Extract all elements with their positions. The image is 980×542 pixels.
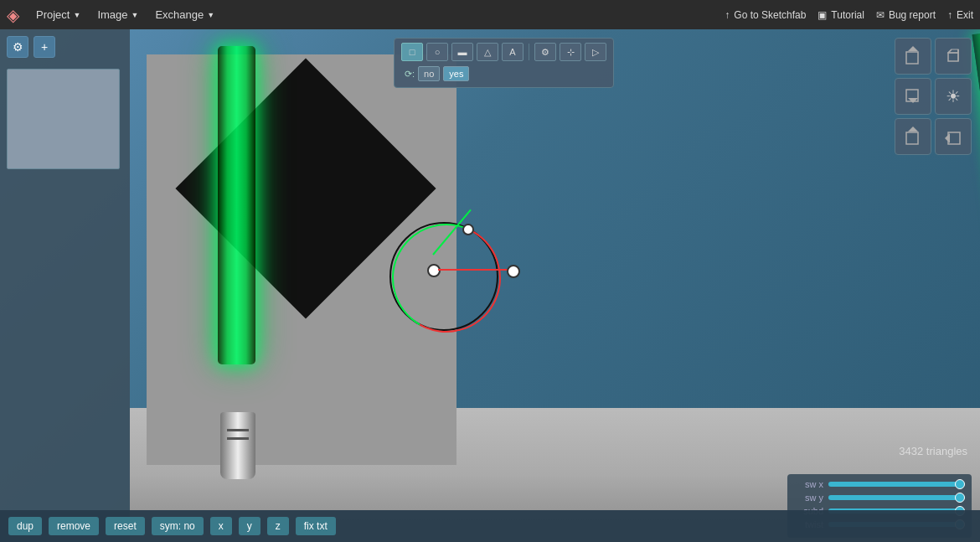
- text-icon: A: [509, 47, 515, 57]
- gizmo-green-endpoint[interactable]: [462, 224, 474, 235]
- svg-rect-9: [906, 132, 918, 144]
- tutorial-button[interactable]: ▣ Tutorial: [818, 9, 864, 21]
- gizmo-red-icon: ⊕: [511, 268, 517, 276]
- bottom-toolbar: dup remove reset sym: no x y z fix txt: [0, 510, 980, 542]
- svg-marker-12: [945, 133, 950, 143]
- menu-exchange-arrow: ▼: [207, 11, 214, 19]
- settings-icon-btn[interactable]: ⚙: [7, 36, 28, 58]
- triangle-count: 3432 triangles: [899, 445, 967, 457]
- add-icon-btn[interactable]: +: [34, 36, 55, 58]
- slider-sw-y-track[interactable]: [828, 495, 965, 500]
- bottom-stats: 3432 triangles: [899, 445, 967, 462]
- view-bottom-button[interactable]: [895, 118, 931, 155]
- tutorial-icon: ▣: [818, 9, 827, 21]
- gizmo-red-axis: [438, 269, 513, 271]
- exit-button[interactable]: ↑ Exit: [947, 9, 973, 21]
- exit-icon: ↑: [947, 9, 952, 21]
- view-front-button[interactable]: [895, 38, 931, 75]
- saber-right: [972, 29, 980, 449]
- view-perspective-button[interactable]: [935, 38, 972, 75]
- menu-image-arrow: ▼: [132, 11, 139, 19]
- slider-sw-y-fill: [828, 495, 958, 500]
- slider-sw-x-fill: [828, 482, 958, 487]
- svg-marker-8: [908, 98, 918, 103]
- slider-sw-y-thumb[interactable]: [955, 493, 965, 503]
- slider-row-sw-x: sw x: [794, 479, 965, 489]
- sun-icon: ☀: [946, 86, 961, 106]
- panel-top-icons: ⚙ +: [0, 29, 130, 65]
- reset-button[interactable]: reset: [106, 517, 145, 535]
- sym-yes-button[interactable]: yes: [443, 66, 469, 81]
- app-logo[interactable]: ◈: [7, 5, 19, 25]
- right-view-panel: ☀: [895, 38, 972, 155]
- svg-marker-1: [908, 46, 918, 51]
- slider-sw-x-track[interactable]: [828, 482, 965, 487]
- top-bar-right: ↑ Go to Sketchfab ▣ Tutorial ✉ Bug repor…: [725, 9, 973, 21]
- symmetry-row: ⟳: no yes: [401, 65, 606, 83]
- z-axis-button[interactable]: z: [267, 517, 289, 535]
- saber-handle-left: [220, 412, 255, 479]
- symmetry-label: ⟳:: [405, 69, 415, 80]
- view-sun-button[interactable]: ☀: [935, 78, 972, 115]
- gizmo-red-endpoint[interactable]: ⊕: [507, 265, 520, 278]
- square-icon: □: [410, 47, 415, 57]
- svg-rect-0: [906, 52, 918, 64]
- sketchfab-button[interactable]: ↑ Go to Sketchfab: [725, 9, 806, 21]
- gear-icon: ⚙: [541, 47, 549, 58]
- tool-square[interactable]: □: [401, 43, 423, 61]
- circle-icon: ○: [435, 47, 441, 57]
- view-right-button[interactable]: [935, 118, 972, 155]
- dup-button[interactable]: dup: [8, 517, 42, 535]
- bug-report-button[interactable]: ✉ Bug report: [876, 9, 936, 21]
- gizmo-center-handle[interactable]: ⊕: [427, 264, 441, 277]
- slider-sw-y-label: sw y: [794, 493, 823, 503]
- menu-image[interactable]: Image ▼: [89, 5, 147, 24]
- mesh-thumbnail: [7, 69, 120, 169]
- remove-button[interactable]: remove: [49, 517, 99, 535]
- dots-icon: ⊹: [567, 47, 575, 58]
- settings-icon: ⚙: [13, 40, 23, 54]
- svg-marker-10: [908, 126, 918, 132]
- scene-content[interactable]: ⊕ ⊕: [130, 29, 980, 542]
- sym-button[interactable]: sym: no: [152, 517, 204, 535]
- arrow-icon: ▷: [592, 47, 599, 58]
- svg-rect-2: [948, 53, 958, 61]
- toolbar: □ ○ ▬ △ A ⚙ ⊹ ▷: [394, 38, 614, 88]
- tool-dots[interactable]: ⊹: [560, 43, 581, 61]
- rect-icon: ▬: [458, 47, 467, 57]
- slider-row-sw-y: sw y: [794, 493, 965, 503]
- y-axis-button[interactable]: y: [239, 517, 260, 535]
- sym-no-button[interactable]: no: [418, 66, 440, 81]
- gizmo-center-icon: ⊕: [431, 267, 437, 275]
- menu-project[interactable]: Project ▼: [28, 5, 89, 24]
- tool-text[interactable]: A: [502, 43, 524, 61]
- tool-gear[interactable]: ⚙: [534, 43, 556, 61]
- menu-exchange[interactable]: Exchange ▼: [147, 5, 223, 24]
- toolbar-separator: [529, 44, 529, 60]
- slider-sw-x-thumb[interactable]: [955, 479, 965, 489]
- slider-sw-x-label: sw x: [794, 479, 823, 489]
- tool-circle[interactable]: ○: [426, 43, 448, 61]
- left-panel: ⚙ +: [0, 29, 130, 542]
- triangle-icon: △: [484, 47, 491, 58]
- tool-rect[interactable]: ▬: [451, 43, 473, 61]
- bug-report-icon: ✉: [876, 9, 885, 21]
- x-axis-button[interactable]: x: [210, 517, 232, 535]
- top-menu-bar: ◈ Project ▼ Image ▼ Exchange ▼ ↑ Go to S…: [0, 0, 980, 29]
- view-top-button[interactable]: [895, 78, 931, 115]
- menu-project-arrow: ▼: [73, 11, 80, 19]
- tool-arrow[interactable]: ▷: [585, 43, 606, 61]
- tool-triangle[interactable]: △: [477, 43, 498, 61]
- sketchfab-icon: ↑: [725, 9, 730, 21]
- main-viewport[interactable]: ⚙ + ⊕: [0, 29, 980, 542]
- add-icon: +: [41, 40, 48, 54]
- fix-txt-button[interactable]: fix txt: [296, 517, 336, 535]
- toolbar-tools-row: □ ○ ▬ △ A ⚙ ⊹ ▷: [401, 43, 606, 61]
- saber-left: [218, 46, 255, 364]
- svg-rect-11: [948, 132, 960, 144]
